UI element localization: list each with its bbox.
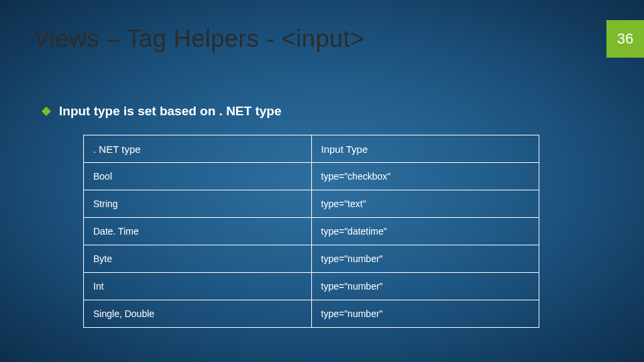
table-cell: Date. Time <box>84 218 312 245</box>
table-cell: Byte <box>84 245 312 273</box>
type-mapping-table: . NET type Input Type Bool type="checkbo… <box>83 135 539 328</box>
diamond-bullet-icon <box>42 107 51 116</box>
table-cell: type="text" <box>311 190 539 218</box>
table-cell: type="number" <box>311 273 539 300</box>
table-header-left: . NET type <box>84 135 312 163</box>
page-number-badge: 36 <box>606 20 644 58</box>
table-cell: type="number" <box>311 300 539 328</box>
bullet-item: Input type is set based on . NET type <box>40 104 604 119</box>
table-cell: type="checkbox" <box>311 163 539 190</box>
slide-title: Views – Tag Helpers - <input> <box>34 20 364 58</box>
title-bar: Views – Tag Helpers - <input> <box>34 20 644 58</box>
table-row: Bool type="checkbox" <box>84 163 539 190</box>
table-cell: Bool <box>84 163 312 190</box>
table-cell: Single, Double <box>84 300 312 328</box>
table-row: Int type="number" <box>84 273 539 300</box>
slide: Views – Tag Helpers - <input> 36 Input t… <box>0 0 644 362</box>
table-row: Single, Double type="number" <box>84 300 539 328</box>
table-cell: String <box>84 190 312 218</box>
table-cell: Int <box>84 273 312 300</box>
slide-body: Input type is set based on . NET type . … <box>40 104 604 328</box>
table-cell: type="number" <box>311 245 539 273</box>
table-cell: type="datetime" <box>311 218 539 245</box>
table-row: Date. Time type="datetime" <box>84 218 539 245</box>
table-header-right: Input Type <box>311 135 539 163</box>
table-row: String type="text" <box>84 190 539 218</box>
bullet-text: Input type is set based on . NET type <box>59 104 282 119</box>
table-row: Byte type="number" <box>84 245 539 273</box>
table-header-row: . NET type Input Type <box>84 135 539 163</box>
